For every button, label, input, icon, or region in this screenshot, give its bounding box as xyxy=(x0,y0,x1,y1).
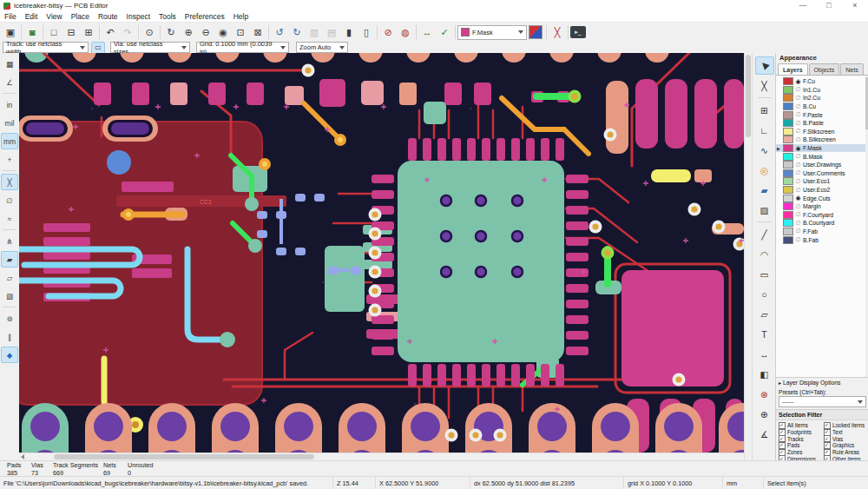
save-button[interactable]: ▣ xyxy=(2,23,19,41)
drc-exclusions-button[interactable]: ⊘ xyxy=(379,23,397,41)
filter-tracks[interactable]: Tracks xyxy=(779,435,824,442)
scrollbar-thumb[interactable] xyxy=(54,454,314,459)
find-button[interactable]: ⊙ xyxy=(141,23,158,41)
layer-color-swatch[interactable] xyxy=(783,228,793,235)
close-button[interactable]: × xyxy=(842,0,868,11)
add-text-button[interactable]: T xyxy=(755,325,774,343)
add-dimension-button[interactable]: ↔ xyxy=(755,345,774,363)
layer-color-swatch[interactable] xyxy=(783,177,793,185)
layer-color-swatch[interactable] xyxy=(783,128,793,135)
visibility-eye-icon[interactable]: ∅ xyxy=(793,236,803,243)
visibility-eye-icon[interactable]: ◉ xyxy=(793,195,803,202)
filter-all-items[interactable]: All items xyxy=(779,422,824,429)
visibility-eye-icon[interactable]: ∅ xyxy=(793,203,803,210)
layer-color-swatch[interactable] xyxy=(783,161,793,169)
layer-manager-icon[interactable] xyxy=(529,25,542,39)
zone-fill-mode-button[interactable]: ▰ xyxy=(1,251,18,268)
flip-board-view-button[interactable]: ◧ xyxy=(755,365,774,383)
units-mm-button[interactable]: mm xyxy=(1,133,18,149)
layer-row-in1cu[interactable]: ∅In1.Cu xyxy=(776,86,868,95)
minimize-button[interactable]: — xyxy=(790,0,816,11)
filter-footprints[interactable]: Footprints xyxy=(779,429,824,436)
layer-display-options-toggle[interactable]: Layer Display Options xyxy=(776,377,868,388)
zone-fracture-mode-button[interactable]: ▨ xyxy=(1,287,18,304)
print-button[interactable]: ⊟ xyxy=(62,23,80,41)
maximize-button[interactable]: □ xyxy=(816,0,842,11)
track-width-edit-button[interactable]: ▭ xyxy=(91,42,105,54)
layer-color-swatch[interactable] xyxy=(783,153,793,161)
draw-arc-button[interactable]: ◠ xyxy=(755,245,774,263)
undo-button[interactable]: ↶ xyxy=(102,23,119,41)
draw-rectangle-button[interactable]: ▭ xyxy=(755,265,774,283)
high-contrast-mode-button[interactable]: ◆ xyxy=(1,347,18,363)
visibility-eye-icon[interactable]: ∅ xyxy=(793,162,803,169)
grid-combo[interactable]: Grid: 0.1000 mm (0.0039 in) xyxy=(196,42,289,53)
pcb-canvas[interactable]: CC1 xyxy=(19,53,744,453)
tab-objects[interactable]: Objects xyxy=(809,63,840,75)
add-rule-area-button[interactable]: ▨ xyxy=(755,201,774,219)
zoom-out-button[interactable]: ⊖ xyxy=(197,23,214,41)
visibility-eye-icon[interactable]: ∅ xyxy=(793,228,803,235)
layer-row-fpaste[interactable]: ∅F.Paste xyxy=(776,110,868,119)
curved-ratsnest-button[interactable]: ≈ xyxy=(1,210,18,227)
rotate-cw-button[interactable]: ↻ xyxy=(288,23,306,41)
layer-color-swatch[interactable] xyxy=(783,94,793,102)
visibility-eye-icon[interactable]: ∅ xyxy=(793,95,803,102)
visibility-eye-icon[interactable]: ∅ xyxy=(793,103,803,110)
footprint-ratsnest-button[interactable]: ╳ xyxy=(549,23,566,41)
track-outline-mode-button[interactable]: ∥ xyxy=(1,328,18,345)
layer-row-usercomments[interactable]: ∅User.Comments xyxy=(776,169,868,178)
visibility-eye-icon[interactable]: ◉ xyxy=(793,145,803,152)
measure-tool-button[interactable]: ∡ xyxy=(755,425,774,443)
layer-row-ffab[interactable]: ∅F.Fab xyxy=(776,228,868,236)
layer-row-bpaste[interactable]: ∅B.Paste xyxy=(776,119,868,128)
layer-color-swatch[interactable] xyxy=(783,135,793,143)
menu-file[interactable]: File xyxy=(0,12,21,21)
visibility-eye-icon[interactable]: ∅ xyxy=(793,153,803,160)
show-grid-button[interactable]: ▦ xyxy=(1,56,18,72)
visibility-eye-icon[interactable]: ∅ xyxy=(793,178,803,185)
delete-tool-button[interactable]: ⊗ xyxy=(755,385,774,403)
layer-color-swatch[interactable] xyxy=(783,102,793,110)
scrollbar-thumb[interactable] xyxy=(746,55,751,137)
layer-color-swatch[interactable] xyxy=(783,77,793,85)
pad-outline-mode-button[interactable]: ⊚ xyxy=(1,310,18,327)
layer-color-swatch[interactable] xyxy=(783,86,793,94)
layer-row-bsilkscreen[interactable]: ∅B.Silkscreen xyxy=(776,135,868,144)
lock-button[interactable]: ▮ xyxy=(340,23,358,41)
units-mils-button[interactable]: mil xyxy=(1,115,18,131)
presets-select[interactable]: ------ xyxy=(779,396,866,407)
menu-tools[interactable]: Tools xyxy=(155,12,181,21)
draw-circle-button[interactable]: ○ xyxy=(755,285,774,303)
visibility-eye-icon[interactable]: ∅ xyxy=(793,120,803,127)
set-drill-origin-button[interactable]: ⊕ xyxy=(755,405,774,423)
scripting-console-button[interactable]: ▸_ xyxy=(570,26,586,38)
add-via-button[interactable]: ◎ xyxy=(755,161,774,179)
menu-place[interactable]: Place xyxy=(67,12,94,21)
redo-button[interactable]: ↷ xyxy=(119,23,136,41)
menu-help[interactable]: Help xyxy=(229,12,253,21)
active-layer-combo[interactable]: F.Mask xyxy=(457,25,527,40)
layer-row-fcourtyard[interactable]: ∅F.Courtyard xyxy=(776,211,868,220)
place-footprint-button[interactable]: ⊞ xyxy=(755,101,774,119)
net-highlight-button[interactable]: ⋔ xyxy=(1,233,18,249)
layer-row-margin[interactable]: ∅Margin xyxy=(776,202,868,211)
zone-outline-mode-button[interactable]: ▱ xyxy=(1,269,18,286)
group-button[interactable]: ▥ xyxy=(306,23,323,41)
hide-ratsnest-button[interactable]: ∅ xyxy=(1,192,18,208)
ungroup-button[interactable]: ▤ xyxy=(323,23,340,41)
layer-row-fsilkscreen[interactable]: ∅F.Silkscreen xyxy=(776,128,868,136)
menu-view[interactable]: View xyxy=(42,12,66,21)
layer-color-swatch[interactable] xyxy=(783,119,793,127)
update-pcb-button[interactable]: ↔ xyxy=(418,23,436,41)
visibility-eye-icon[interactable]: ∅ xyxy=(793,169,803,176)
visibility-eye-icon[interactable]: ◉ xyxy=(793,78,803,85)
filter-rule-areas[interactable]: Rule Areas xyxy=(824,449,867,456)
rotate-ccw-button[interactable]: ↺ xyxy=(271,23,288,41)
track-width-combo[interactable]: Track: use netclass width xyxy=(3,42,89,53)
visibility-eye-icon[interactable]: ∅ xyxy=(793,128,803,135)
menu-inspect[interactable]: Inspect xyxy=(122,12,155,21)
zoom-in-button[interactable]: ⊕ xyxy=(180,23,197,41)
zoom-fit-button[interactable]: ◉ xyxy=(214,23,232,41)
menu-preferences[interactable]: Preferences xyxy=(181,12,229,21)
